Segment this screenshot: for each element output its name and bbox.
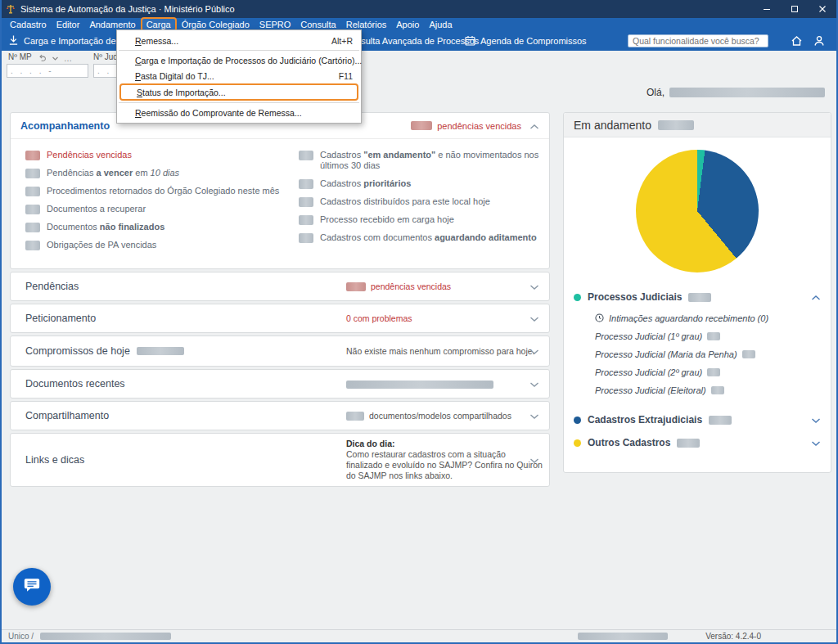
list-item[interactable]: Processo Judicial (Eleitoral) <box>564 381 831 399</box>
list-item[interactable]: Processo Judicial (1º grau) <box>564 327 831 345</box>
em-andamento-header: Em andamento <box>564 113 831 137</box>
item-label: Obrigações de PA vencidas <box>47 240 156 250</box>
menu-cadastro[interactable]: Cadastro <box>5 19 52 30</box>
maximize-button[interactable] <box>781 0 809 18</box>
group-outros-cadastros[interactable]: Outros Cadastros <box>564 432 831 453</box>
chevron-down-icon[interactable] <box>529 376 539 391</box>
statusbar-right: Versão: 4.2.4-0 <box>578 632 761 641</box>
user-icon[interactable] <box>810 33 828 49</box>
numero-mp-input[interactable] <box>7 64 88 78</box>
chevron-down-icon[interactable] <box>529 344 539 358</box>
menu-item-remessa[interactable]: Remessa... Alt+R <box>117 33 361 48</box>
chat-bubble-icon <box>23 576 41 597</box>
list-item[interactable]: Documentos não finalizados <box>25 222 286 232</box>
list-item[interactable]: Pendências a vencer em 10 dias <box>25 168 286 178</box>
group-processos-judiciais[interactable]: Processos Judiciais <box>564 286 831 308</box>
redacted-badge <box>25 187 40 196</box>
close-button[interactable] <box>809 0 836 18</box>
menu-item-shortcut: F11 <box>339 71 353 81</box>
chevron-up-icon[interactable] <box>529 119 539 133</box>
acompanhamento-body: Pendências vencidas Pendências a vencer … <box>11 139 549 268</box>
group-cadastros-extrajudiciais[interactable]: Cadastros Extrajudiciais <box>564 409 831 430</box>
acompanhamento-status: pendências vencidas <box>411 121 521 131</box>
list-item[interactable]: Cadastros com documentos aguardando adit… <box>299 232 544 243</box>
category-groups: Processos Judiciais Intimações aguardand… <box>564 286 831 453</box>
group-label: Cadastros Extrajudiciais <box>588 414 702 426</box>
redacted-count <box>709 416 732 425</box>
menu-apoio[interactable]: Apoio <box>391 19 424 30</box>
clock-icon <box>595 313 604 324</box>
menu-ajuda[interactable]: Ajuda <box>424 19 457 30</box>
menu-separator <box>119 50 359 51</box>
menu-editor[interactable]: Editor <box>52 19 85 30</box>
item-label: Cadastros prioritários <box>320 178 411 189</box>
item-label: Processo recebido em carga hoje <box>320 214 454 225</box>
minimize-button[interactable] <box>753 0 781 18</box>
status-text: pendências vencidas <box>371 281 451 292</box>
redacted-badge <box>299 197 313 207</box>
redacted-badge <box>299 151 313 160</box>
menu-andamento[interactable]: Andamento <box>84 19 140 30</box>
menu-item-label: Carga e Importação de Processos do Judic… <box>135 56 362 65</box>
list-item[interactable]: Cadastros distribuídos para este local h… <box>299 196 544 207</box>
list-item[interactable]: Cadastros prioritários <box>299 178 544 189</box>
menu-separator <box>119 102 359 103</box>
menu-item-label: Remessa... <box>135 36 317 46</box>
compromissos-section[interactable]: Compromissos de hoje Não existe mais nen… <box>10 336 550 367</box>
menu-consulta[interactable]: Consulta <box>295 19 340 30</box>
item-label: Processo Judicial (Maria da Penha) <box>595 349 737 359</box>
compartilhamento-section[interactable]: Compartilhamento documentos/modelos comp… <box>10 401 550 430</box>
functionality-search-input[interactable] <box>628 34 768 47</box>
chat-button[interactable] <box>13 568 51 606</box>
version-label: Versão: 4.2.4-0 <box>705 632 761 641</box>
toolbar-consulta-label: Consulta Avançada de Processos <box>345 36 479 46</box>
chevron-down-icon[interactable] <box>811 435 821 450</box>
window-title: Sistema de Automação da Justiça · Minist… <box>20 4 235 14</box>
chevron-down-icon[interactable] <box>529 453 539 467</box>
pendencias-section[interactable]: Pendências pendências vencidas <box>10 272 550 301</box>
links-dicas-section[interactable]: Links e dicas Dica do dia: Como restaura… <box>10 433 550 487</box>
chevron-down-icon[interactable] <box>811 412 821 427</box>
chevron-down-icon[interactable] <box>529 279 539 294</box>
section-status: pendências vencidas <box>346 281 544 292</box>
menu-orgao-colegiado[interactable]: Órgão Colegiado <box>177 19 255 30</box>
chevron-up-icon[interactable] <box>811 290 821 304</box>
menu-relatorios[interactable]: Relatórios <box>341 19 392 30</box>
list-item[interactable]: Cadastros "em andamento" e não movimenta… <box>299 150 544 171</box>
tip-title: Dica do dia: <box>346 439 395 448</box>
section-title: Pendências <box>11 281 79 292</box>
list-item[interactable]: Processo Judicial (Maria da Penha) <box>564 345 831 363</box>
list-item[interactable]: Intimações aguardando recebimento (0) <box>564 309 831 327</box>
item-label: Cadastros com documentos aguardando adit… <box>320 232 537 243</box>
list-item[interactable]: Documentos a recuperar <box>25 204 286 214</box>
redacted-badge <box>25 241 40 250</box>
teal-dot-icon <box>574 294 581 301</box>
toolbar-agenda[interactable]: Agenda de Compromissos <box>465 31 587 51</box>
menu-sepro[interactable]: SEPRO <box>255 19 296 30</box>
item-label: Processo Judicial (2º grau) <box>595 367 702 377</box>
home-icon[interactable] <box>787 33 805 49</box>
acompanhamento-right-list: Cadastros "em andamento" e não movimenta… <box>299 150 544 250</box>
list-item[interactable]: Pendências vencidas <box>25 150 286 160</box>
list-item[interactable]: Obrigações de PA vencidas <box>25 240 286 250</box>
list-item[interactable]: Procedimentos retornados do Órgão Colegi… <box>25 186 286 196</box>
toolbar-agenda-label: Agenda de Compromissos <box>480 36 587 46</box>
menu-item-reemissao[interactable]: Reemissão do Comprovante de Remessa... <box>117 105 361 120</box>
chevron-down-icon[interactable] <box>529 311 539 326</box>
redacted-context <box>40 633 171 640</box>
em-andamento-panel: Em andamento Processos Judiciais Intimaç… <box>563 112 831 473</box>
item-label: Cadastros "em andamento" e não movimenta… <box>320 150 544 171</box>
ellipsis-icon[interactable]: … <box>64 54 72 63</box>
acompanhamento-left-list: Pendências vencidas Pendências a vencer … <box>25 150 286 258</box>
list-item[interactable]: Processo recebido em carga hoje <box>299 214 544 225</box>
peticionamento-section[interactable]: Peticionamento 0 com problemas <box>10 304 550 333</box>
menu-item-pasta-digital[interactable]: Pasta Digital do TJ... F11 <box>117 68 361 83</box>
documentos-recentes-section[interactable]: Documentos recentes <box>10 369 550 399</box>
menu-item-carga-importacao[interactable]: Carga e Importação de Processos do Judic… <box>117 52 361 68</box>
status-text: pendências vencidas <box>437 121 521 131</box>
chevron-down-icon[interactable] <box>529 408 539 423</box>
menu-item-status-importacao[interactable]: Status de Importação... <box>119 83 358 101</box>
item-label: Procedimentos retornados do Órgão Colegi… <box>47 186 279 196</box>
statusbar-left-label: Unico / <box>8 632 34 641</box>
list-item[interactable]: Processo Judicial (2º grau) <box>564 363 831 381</box>
